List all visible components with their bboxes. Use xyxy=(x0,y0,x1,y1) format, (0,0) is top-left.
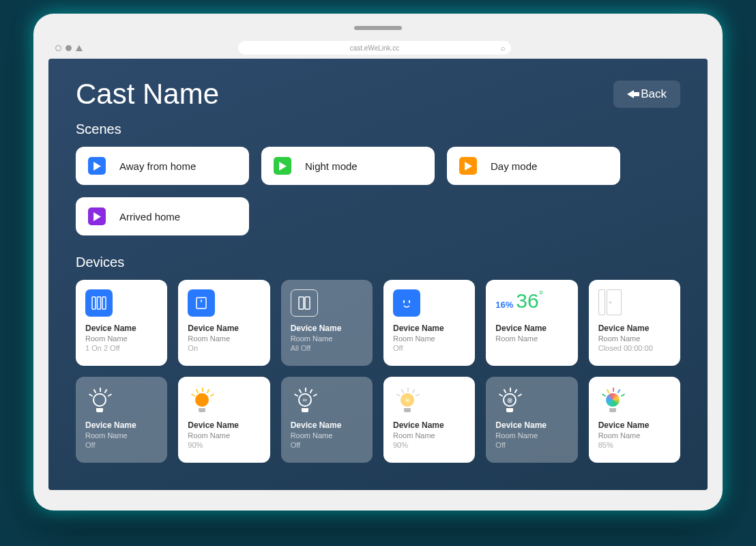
device-room: Room Name xyxy=(291,431,363,440)
url-text: cast.eWeLink.cc xyxy=(350,44,400,52)
device-room: Room Name xyxy=(291,334,363,343)
device-name: Device Name xyxy=(393,324,465,333)
window-triangle-icon xyxy=(76,45,83,51)
device-status: 85% xyxy=(598,441,671,449)
scene-label: Arrived home xyxy=(119,211,180,222)
device-card[interactable]: 16% 36° Device Name Room Name xyxy=(486,280,577,366)
devices-heading: Devices xyxy=(76,255,680,270)
device-card[interactable]: Device Name Room Name On xyxy=(178,280,270,366)
svg-rect-5 xyxy=(299,297,304,309)
svg-rect-2 xyxy=(102,297,106,309)
device-room: Room Name xyxy=(598,334,671,343)
device-card[interactable]: ∞ Device Name Room Name 90% xyxy=(383,377,475,463)
arrow-left-icon xyxy=(627,90,634,98)
device-card[interactable]: ∞ Device Name Room Name Off xyxy=(281,377,373,463)
device-name: Device Name xyxy=(85,324,158,333)
window-controls xyxy=(55,45,83,51)
scene-day[interactable]: Day mode xyxy=(447,147,620,185)
device-status: Off xyxy=(495,441,568,449)
device-name: Device Name xyxy=(291,420,363,430)
header: Cast Name Back xyxy=(76,78,680,111)
svg-rect-3 xyxy=(197,298,206,308)
bulb-icon xyxy=(85,386,114,415)
scenes-heading: Scenes xyxy=(76,121,680,137)
device-card[interactable]: Device Name Room Name All Off xyxy=(281,280,373,366)
device-name: Device Name xyxy=(188,420,260,430)
scene-away[interactable]: Away from home xyxy=(76,147,249,185)
temperature-icon: 16% 36° xyxy=(495,289,543,313)
device-card[interactable]: Device Name Room Name Off xyxy=(76,377,167,463)
device-name: Device Name xyxy=(291,324,363,333)
svg-rect-1 xyxy=(98,297,101,309)
window-circle-icon xyxy=(66,45,72,51)
device-card[interactable]: Device Name Room Name 85% xyxy=(589,377,680,463)
device-name: Device Name xyxy=(85,420,158,430)
device-name: Device Name xyxy=(393,420,465,430)
back-button[interactable]: Back xyxy=(613,81,680,108)
scene-night[interactable]: Night mode xyxy=(261,147,435,185)
back-label: Back xyxy=(641,87,667,101)
device-status: 90% xyxy=(393,441,465,449)
humidity-value: 16% xyxy=(495,300,513,310)
device-card[interactable]: Device Name Room Name 90% xyxy=(178,377,270,463)
device-name: Device Name xyxy=(495,420,568,430)
device-name: Device Name xyxy=(598,324,671,333)
tablet-notch xyxy=(354,26,402,30)
bulb-icon xyxy=(598,386,627,415)
scene-arrived[interactable]: Arrived home xyxy=(76,197,249,235)
play-icon xyxy=(274,157,291,175)
play-icon xyxy=(459,157,477,175)
device-room: Room Name xyxy=(393,334,465,343)
device-room: Room Name xyxy=(85,431,158,440)
device-card[interactable]: Device Name Room Name 1 On 2 Off xyxy=(76,280,167,366)
scene-label: Night mode xyxy=(305,160,358,172)
device-card[interactable]: Device Name Room Name Closed 00:00:00 xyxy=(589,280,680,366)
device-room: Room Name xyxy=(188,431,260,440)
play-icon xyxy=(88,157,106,175)
bulb-icon xyxy=(188,386,216,415)
device-name: Device Name xyxy=(188,324,260,333)
bulb-icon: ∞ xyxy=(291,386,319,415)
device-name: Device Name xyxy=(495,324,568,333)
device-status: 90% xyxy=(188,441,260,449)
scene-label: Away from home xyxy=(119,160,196,172)
svg-rect-6 xyxy=(305,297,310,309)
device-status: Off xyxy=(393,344,465,352)
window-circle-icon xyxy=(55,45,61,51)
device-room: Room Name xyxy=(495,334,568,343)
scene-label: Day mode xyxy=(491,160,537,172)
device-room: Room Name xyxy=(85,334,158,343)
url-bar[interactable]: cast.eWeLink.cc ⌕ xyxy=(238,41,511,55)
tablet-frame: cast.eWeLink.cc ⌕ Cast Name Back Scenes … xyxy=(33,14,723,511)
temperature-value: 36 xyxy=(516,289,538,312)
device-status: All Off xyxy=(291,344,363,352)
device-status: 1 On 2 Off xyxy=(85,344,158,352)
device-room: Room Name xyxy=(188,334,260,343)
bulb-icon: ⊗ xyxy=(495,386,524,415)
device-room: Room Name xyxy=(495,431,568,440)
device-status: Closed 00:00:00 xyxy=(598,344,671,352)
search-icon[interactable]: ⌕ xyxy=(501,44,506,52)
play-icon xyxy=(88,207,106,225)
device-room: Room Name xyxy=(598,431,671,440)
device-card[interactable]: Device Name Room Name Off xyxy=(383,280,475,366)
device-status: Off xyxy=(291,441,363,449)
app-screen: Cast Name Back Scenes Away from home Nig… xyxy=(48,59,708,490)
multi-switch-icon xyxy=(85,289,113,317)
bulb-icon: ∞ xyxy=(393,386,422,415)
door-sensor-icon xyxy=(598,289,622,315)
page-title: Cast Name xyxy=(76,78,219,111)
dual-switch-icon xyxy=(291,289,318,317)
browser-bar: cast.eWeLink.cc ⌕ xyxy=(48,37,708,59)
device-name: Device Name xyxy=(598,420,671,430)
devices-grid: Device Name Room Name 1 On 2 Off Device … xyxy=(76,280,680,463)
socket-icon xyxy=(393,289,420,317)
device-room: Room Name xyxy=(393,431,465,440)
scenes-grid: Away from home Night mode Day mode Arriv… xyxy=(76,147,680,235)
device-status: Off xyxy=(85,441,158,449)
svg-rect-0 xyxy=(92,297,96,309)
device-status: On xyxy=(188,344,260,352)
switch-icon xyxy=(188,289,215,317)
device-card[interactable]: ⊗ Device Name Room Name Off xyxy=(486,377,577,463)
